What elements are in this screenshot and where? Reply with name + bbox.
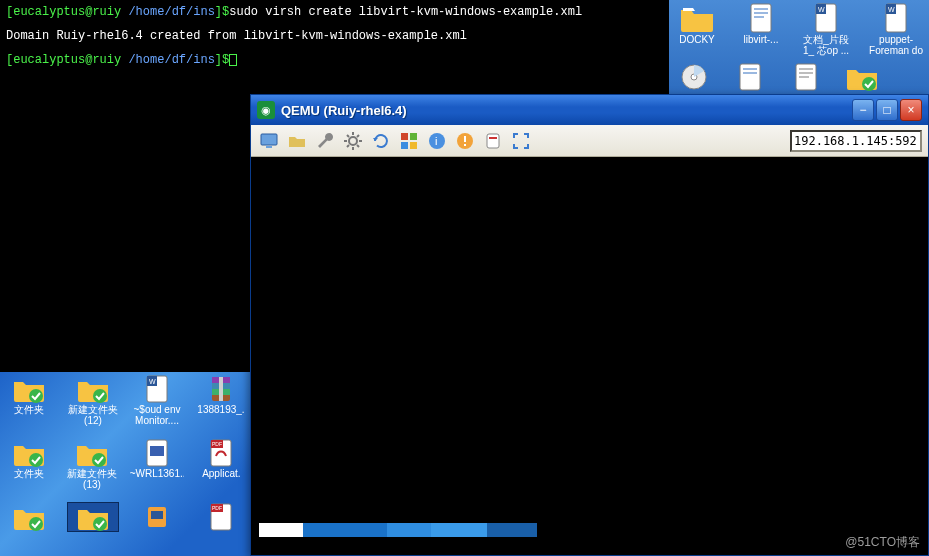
tb-wrench-icon[interactable] xyxy=(313,129,337,153)
svg-rect-40 xyxy=(151,511,163,519)
svg-text:i: i xyxy=(435,135,437,147)
word-file-icon: W xyxy=(140,374,174,404)
file-icon[interactable] xyxy=(789,62,823,92)
svg-rect-44 xyxy=(261,134,277,145)
folder-check-icon xyxy=(76,374,110,404)
folder-check-icon[interactable] xyxy=(845,62,879,92)
tb-app-icon[interactable] xyxy=(481,129,505,153)
remote-desktop-panel: DOCKY libvirt-... W 文档_片段1_ 芯op ... W pu… xyxy=(669,0,929,94)
rd-icon-libvirt[interactable]: libvirt-... xyxy=(739,2,783,56)
svg-rect-49 xyxy=(401,142,408,149)
pdf-file-icon: PDF xyxy=(204,438,238,468)
svg-rect-48 xyxy=(410,133,417,140)
rar-file-item[interactable]: 1388193_. xyxy=(195,374,247,426)
folder-item[interactable]: 文件夹 xyxy=(3,374,55,426)
folder-item-selected[interactable] xyxy=(67,502,119,532)
word-file-icon: W xyxy=(808,2,844,34)
file-icon xyxy=(743,2,779,34)
terminal-output: Domain Ruiy-rhel6.4 created from libvirt… xyxy=(6,28,663,44)
minimize-button[interactable]: − xyxy=(852,99,874,121)
tmp-file-item[interactable]: ~WRL1361... xyxy=(130,438,184,490)
svg-rect-47 xyxy=(401,133,408,140)
prompt-end: ]$ xyxy=(215,5,229,19)
qemu-content: @51CTO博客 xyxy=(251,157,928,555)
qemu-title: QEMU (Ruiy-rhel6.4) xyxy=(281,103,407,118)
desktop-panel: 文件夹 新建文件夹(12) W~$oud envMonitor.... 1388… xyxy=(0,372,250,556)
rd-icon-doc[interactable]: W 文档_片段1_ 芯op ... xyxy=(803,2,849,56)
svg-rect-2 xyxy=(754,12,768,14)
terminal-command: sudo virsh create libvirt-kvm-windows-ex… xyxy=(229,5,582,19)
svg-text:W: W xyxy=(818,6,825,13)
tb-monitor-icon[interactable] xyxy=(257,129,281,153)
exe-file-item[interactable] xyxy=(131,502,183,532)
svg-text:W: W xyxy=(888,6,895,13)
svg-rect-14 xyxy=(743,72,757,74)
svg-rect-12 xyxy=(740,64,760,90)
prompt-user: [eucalyptus@ruiy xyxy=(6,5,128,19)
exe-file-icon xyxy=(140,502,174,532)
rd-icon-docky[interactable]: DOCKY xyxy=(675,2,719,56)
folder-icon xyxy=(679,2,715,34)
svg-rect-54 xyxy=(464,136,466,142)
svg-text:W: W xyxy=(149,378,156,385)
folder-item[interactable] xyxy=(3,502,55,532)
terminal-line-2: [eucalyptus@ruiy /home/df/ins]$ xyxy=(6,52,663,68)
folder-check-icon xyxy=(75,438,109,468)
svg-point-21 xyxy=(93,389,107,403)
svg-point-31 xyxy=(92,453,106,467)
folder-check-icon xyxy=(12,438,46,468)
folder-item[interactable]: 新建文件夹(13) xyxy=(66,438,117,490)
svg-rect-17 xyxy=(799,72,813,74)
watermark: @51CTO博客 xyxy=(845,534,920,551)
svg-point-19 xyxy=(862,77,876,91)
folder-item[interactable]: 文件夹 xyxy=(3,438,54,490)
svg-rect-50 xyxy=(410,142,417,149)
tb-warning-icon[interactable] xyxy=(453,129,477,153)
svg-rect-29 xyxy=(219,377,223,401)
tb-windows-icon[interactable] xyxy=(397,129,421,153)
qemu-app-icon xyxy=(257,101,275,119)
tb-gear-icon[interactable] xyxy=(341,129,365,153)
pdf-file-item[interactable]: PDF xyxy=(195,502,247,532)
svg-point-46 xyxy=(349,137,357,145)
maximize-button[interactable]: □ xyxy=(876,99,898,121)
cursor-icon xyxy=(229,54,237,66)
word-file-item[interactable]: W~$oud envMonitor.... xyxy=(131,374,183,426)
pdf-file-icon: PDF xyxy=(204,502,238,532)
qemu-titlebar[interactable]: QEMU (Ruiy-rhel6.4) − □ × xyxy=(251,95,928,125)
svg-rect-55 xyxy=(464,144,466,146)
svg-rect-3 xyxy=(754,16,764,18)
rd-icon-puppet[interactable]: W puppet-Foreman do xyxy=(869,2,923,56)
ip-display[interactable]: 192.168.1.145:592 xyxy=(790,130,922,152)
tb-refresh-icon[interactable] xyxy=(369,129,393,153)
terminal-line-1: [eucalyptus@ruiy /home/df/ins]$sudo virs… xyxy=(6,4,663,20)
svg-rect-57 xyxy=(489,137,497,139)
svg-point-37 xyxy=(29,517,43,531)
pdf-file-item[interactable]: PDFApplicat. xyxy=(196,438,247,490)
svg-text:PDF: PDF xyxy=(212,441,222,447)
folder-item[interactable]: 新建文件夹(12) xyxy=(67,374,119,426)
folder-check-icon xyxy=(12,374,46,404)
svg-rect-18 xyxy=(799,76,809,78)
boot-progress-bar xyxy=(259,523,537,537)
close-button[interactable]: × xyxy=(900,99,922,121)
svg-rect-45 xyxy=(266,146,272,148)
svg-rect-1 xyxy=(754,8,768,10)
tb-info-icon[interactable]: i xyxy=(425,129,449,153)
word-file-icon: W xyxy=(878,2,914,34)
archive-icon xyxy=(204,374,238,404)
cd-icon[interactable] xyxy=(677,62,711,92)
svg-rect-16 xyxy=(799,68,813,70)
tb-folder-icon[interactable] xyxy=(285,129,309,153)
prompt-path: /home/df/ins xyxy=(128,5,214,19)
tb-fullscreen-icon[interactable] xyxy=(509,129,533,153)
qemu-toolbar: i 192.168.1.145:592 xyxy=(251,125,928,157)
svg-rect-56 xyxy=(487,134,499,148)
tmp-file-icon xyxy=(140,438,174,468)
svg-point-20 xyxy=(29,389,43,403)
svg-rect-33 xyxy=(150,446,164,456)
folder-check-icon xyxy=(12,502,46,532)
svg-text:PDF: PDF xyxy=(212,505,222,511)
qemu-window[interactable]: QEMU (Ruiy-rhel6.4) − □ × i 192.168.1.14… xyxy=(250,94,929,556)
file-icon[interactable] xyxy=(733,62,767,92)
